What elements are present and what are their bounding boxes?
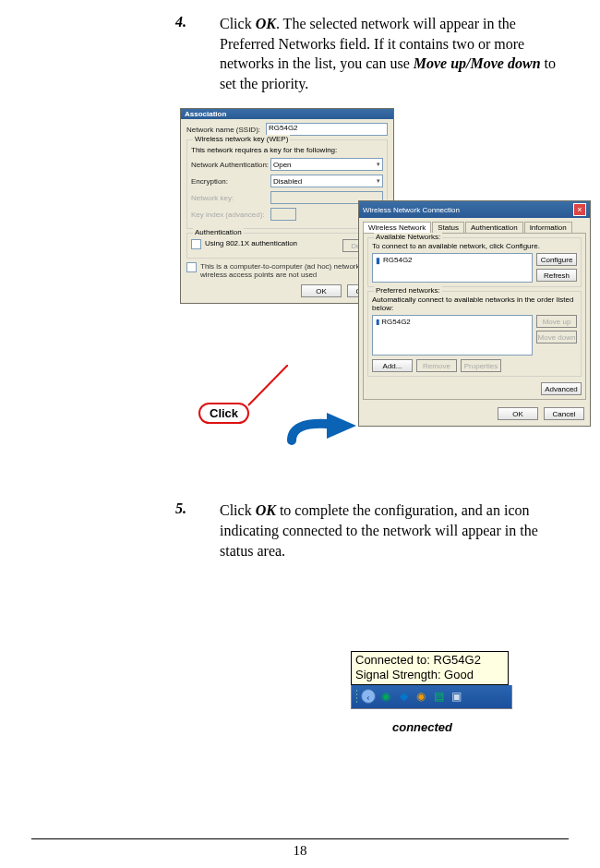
dialog1-ok-button[interactable]: OK	[301, 284, 342, 297]
tray-wireless-icon[interactable]: ▤	[431, 689, 446, 704]
tray-grip-icon	[355, 689, 358, 704]
step-5-text: Click OK to complete the configuration, …	[220, 500, 572, 561]
tray-expand-icon[interactable]: ‹	[361, 689, 376, 704]
association-titlebar: Association	[181, 109, 393, 119]
flow-arrow-icon	[284, 413, 358, 446]
advanced-button[interactable]: Advanced	[541, 382, 582, 395]
page-number: 18	[31, 838, 569, 859]
auth-select[interactable]: Open	[270, 158, 383, 171]
tab-information[interactable]: Information	[524, 222, 572, 233]
tray-app3-icon[interactable]: ◉	[414, 689, 428, 704]
tray-app1-icon[interactable]: ◉	[378, 689, 393, 704]
step-number-4: 4.	[28, 14, 220, 93]
tray-screenshot: Connected to: RG54G2 Signal Strength: Go…	[351, 651, 512, 709]
connected-caption: connected	[392, 720, 452, 734]
system-tray: ‹ ◉ ◆ ◉ ▤ ▣	[351, 685, 512, 709]
wep-note: This network requires a key for the foll…	[191, 146, 383, 154]
use8021x-checkbox[interactable]: Using 802.1X authentication Default	[191, 239, 383, 252]
step-4-text: Click OK. The selected network will appe…	[220, 14, 572, 93]
key-label: Network key:	[191, 194, 270, 202]
dialog2-ok-button[interactable]: OK	[498, 407, 538, 420]
callout-leader-line	[246, 365, 288, 406]
wireless-dialog: Wireless Network Connection × Wireless N…	[358, 200, 591, 427]
signal-icon: ▮	[376, 256, 380, 265]
available-networks-list[interactable]: ▮ RG54G2	[372, 253, 533, 283]
step-5: 5. Click OK to complete the configuratio…	[28, 500, 572, 561]
dialog2-cancel-button[interactable]: Cancel	[544, 407, 584, 420]
wireless-tabs: Wireless Network Status Authentication I…	[359, 218, 590, 233]
step-4: 4. Click OK. The selected network will a…	[28, 14, 572, 93]
refresh-button[interactable]: Refresh	[536, 269, 577, 282]
moveup-button: Move up	[536, 315, 577, 328]
connection-tooltip: Connected to: RG54G2 Signal Strength: Go…	[351, 651, 509, 685]
properties-button: Properties	[461, 359, 501, 372]
configure-button[interactable]: Configure	[536, 253, 577, 266]
tray-network-icon[interactable]: ▣	[449, 689, 463, 704]
movedown-button: Move down	[536, 331, 577, 344]
auth-label: Network Authentication:	[191, 161, 270, 169]
ssid-input[interactable]: RG54G2	[266, 123, 388, 136]
preferred-networks-group: Preferred networks: Automatically connec…	[367, 291, 582, 377]
screenshot-area: Association Network name (SSID): RG54G2 …	[28, 108, 572, 482]
tray-app2-icon[interactable]: ◆	[396, 689, 411, 704]
add-button[interactable]: Add...	[372, 359, 413, 372]
tab-authentication[interactable]: Authentication	[465, 222, 523, 233]
ssid-label: Network name (SSID):	[186, 126, 266, 134]
svg-line-0	[248, 365, 288, 405]
tab-status[interactable]: Status	[432, 222, 464, 233]
keyidx-label: Key index (advanced):	[191, 211, 270, 219]
keyidx-input	[270, 208, 296, 221]
tab-wireless-network[interactable]: Wireless Network	[363, 222, 431, 233]
step-number-5: 5.	[28, 500, 220, 561]
preferred-networks-list[interactable]: ▮ RG54G2	[372, 315, 533, 356]
available-networks-group: Available Networks: To connect to an ava…	[367, 237, 582, 287]
wireless-titlebar: Wireless Network Connection ×	[359, 201, 590, 218]
click-callout: Click	[198, 403, 249, 424]
enc-select[interactable]: Disabled	[270, 175, 383, 187]
close-icon[interactable]: ×	[573, 203, 586, 216]
svg-marker-1	[327, 413, 356, 439]
enc-label: Encryption:	[191, 177, 270, 186]
remove-button: Remove	[416, 359, 457, 372]
